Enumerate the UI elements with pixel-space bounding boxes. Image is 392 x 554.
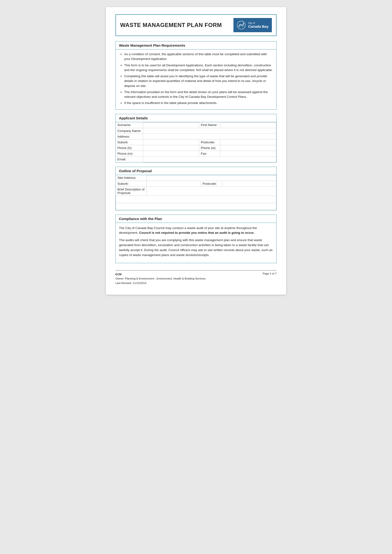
applicant-details-title: Applicant Details (116, 114, 276, 122)
site-address-input[interactable] (148, 176, 274, 180)
requirements-title: Waste Management Plan Requirements (116, 42, 276, 49)
requirements-body: As a condition of consent, the applicabl… (116, 49, 276, 110)
address-label: Address: (116, 134, 143, 139)
site-address-label: Site Address: (116, 175, 147, 181)
proposal-postcode-label: Postcode: (201, 181, 222, 187)
outline-proposal-title: Outline of Proposal (116, 167, 276, 175)
applicant-surname-row: Surname: First Name: (116, 122, 276, 128)
phone-h-label: Phone (h): (116, 145, 143, 151)
req-item-2: This form is to be used for all Developm… (124, 63, 273, 73)
applicant-details-table: Surname: First Name: Company Name: Addre… (116, 122, 276, 162)
fax-label: Fax: (199, 151, 220, 156)
postcode-input[interactable] (222, 140, 274, 144)
empty-row-2 (116, 203, 276, 210)
surname-input[interactable] (145, 123, 197, 127)
address-row: Address: (116, 134, 276, 139)
email-field-cell[interactable] (143, 156, 276, 162)
compliance-para1: The City of Canada Bay Council may condu… (119, 226, 273, 236)
address-field-cell[interactable] (143, 134, 276, 139)
footer-page: Page 1 of 7 (263, 272, 277, 275)
company-name-field-cell[interactable] (143, 128, 276, 134)
proposal-suburb-field-cell[interactable] (147, 181, 201, 187)
proposal-postcode-input[interactable] (224, 182, 275, 186)
compliance-body: The City of Canada Bay Council may condu… (116, 223, 276, 263)
compliance-para2: The audits will check that you are compl… (119, 238, 273, 258)
outline-proposal-section: Outline of Proposal Site Address: Suburb… (115, 167, 277, 210)
applicant-details-section: Applicant Details Surname: First Name: C… (115, 114, 277, 162)
company-name-row: Company Name: (116, 128, 276, 134)
logo-box: City of Canada Bay (233, 18, 272, 32)
phone-m-label: Phone (m): (116, 151, 143, 156)
phone-m-row: Phone (m): Fax: (116, 151, 276, 156)
canada-bay-logo-icon (237, 21, 246, 30)
fax-input[interactable] (222, 152, 274, 155)
compliance-title: Compliance with the Plan (116, 215, 276, 223)
requirements-list: As a condition of consent, the applicabl… (119, 52, 273, 106)
first-name-input[interactable] (222, 123, 274, 127)
surname-label: Surname: (116, 122, 143, 128)
email-input[interactable] (145, 158, 274, 161)
compliance-section: Compliance with the Plan The City of Can… (115, 215, 277, 263)
surname-field-cell[interactable] (143, 122, 199, 128)
company-name-input[interactable] (145, 129, 274, 133)
proposal-suburb-row: Suburb: Postcode: (116, 181, 276, 187)
footer-owner: Owner: Planning & Environment - Environm… (115, 277, 205, 281)
site-address-row: Site Address: (116, 175, 276, 181)
empty-cell-2 (116, 203, 276, 210)
address-input[interactable] (145, 135, 274, 138)
empty-row-1 (116, 196, 276, 203)
fax-field-cell[interactable] (220, 151, 276, 156)
phone-h-input[interactable] (145, 146, 197, 150)
req-item-1: As a condition of consent, the applicabl… (124, 52, 273, 62)
form-header: WASTE MANAGEMENT PLAN FORM City of Canad… (115, 14, 277, 36)
email-label: Email: (116, 156, 143, 162)
proposal-suburb-label: Suburb: (116, 181, 147, 187)
phone-h-row: Phone (h): Phone (w): (116, 145, 276, 151)
first-name-field-cell[interactable] (220, 122, 276, 128)
page-footer: ECM Owner: Planning & Environment - Envi… (115, 270, 277, 285)
suburb-input[interactable] (145, 140, 197, 144)
brief-desc-label: Brief Description of Proposal: (116, 187, 147, 196)
footer-left: ECM Owner: Planning & Environment - Envi… (115, 272, 205, 285)
brief-desc-field-cell[interactable] (147, 187, 276, 196)
phone-m-field-cell[interactable] (143, 151, 199, 156)
req-item-5: If the space is insufficient in the tabl… (124, 101, 273, 105)
proposal-postcode-field-cell[interactable] (222, 181, 276, 187)
first-name-label: First Name: (199, 122, 220, 128)
site-address-field-cell[interactable] (147, 175, 276, 181)
page: WASTE MANAGEMENT PLAN FORM City of Canad… (106, 7, 286, 295)
footer-last-revised: Last Revised: 11/12/2014 (115, 281, 205, 285)
phone-m-input[interactable] (145, 152, 197, 155)
brief-desc-row: Brief Description of Proposal: (116, 187, 276, 196)
empty-cell-1 (116, 196, 276, 203)
phone-w-field-cell[interactable] (220, 145, 276, 151)
req-item-3: Completing this table will assist you in… (124, 74, 273, 88)
suburb-label: Suburb (116, 139, 143, 145)
logo-text: City of Canada Bay (248, 21, 268, 29)
email-row: Email: (116, 156, 276, 162)
svg-point-1 (243, 23, 244, 24)
phone-w-label: Phone (w): (199, 145, 220, 151)
outline-proposal-table: Site Address: Suburb: Postcode: Brief De… (116, 175, 276, 210)
suburb-row: Suburb Postcode: (116, 139, 276, 145)
brief-desc-input[interactable] (148, 189, 274, 193)
phone-h-field-cell[interactable] (143, 145, 199, 151)
suburb-field-cell[interactable] (143, 139, 199, 145)
req-item-4: The information provided on the form and… (124, 90, 273, 99)
postcode-label: Postcode: (199, 139, 220, 145)
postcode-field-cell[interactable] (220, 139, 276, 145)
phone-w-input[interactable] (222, 146, 274, 150)
compliance-para1-bold: Council is not required to provide you n… (139, 231, 255, 235)
company-name-label: Company Name: (116, 128, 143, 134)
form-title: WASTE MANAGEMENT PLAN FORM (120, 22, 233, 28)
canada-bay-label: Canada Bay (248, 25, 268, 29)
proposal-suburb-input[interactable] (148, 182, 199, 186)
footer-ecm: ECM (115, 272, 205, 277)
requirements-section: Waste Management Plan Requirements As a … (115, 41, 277, 110)
